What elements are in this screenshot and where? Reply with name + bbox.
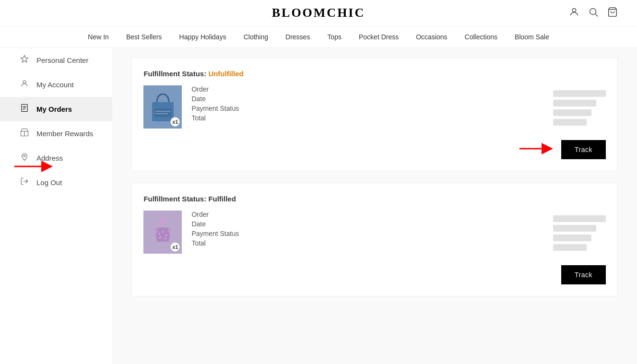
- sidebar-item-member-rewards[interactable]: Member Rewards: [0, 121, 112, 146]
- sidebar-item-log-out[interactable]: Log Out: [0, 170, 112, 195]
- svg-point-12: [24, 155, 25, 157]
- svg-rect-15: [154, 108, 171, 117]
- nav-item-dresses[interactable]: Dresses: [285, 33, 310, 41]
- svg-marker-5: [21, 56, 28, 62]
- redacted-order-number: [553, 90, 606, 97]
- my-account-icon: [19, 79, 30, 90]
- sidebar-item-my-orders[interactable]: My Orders: [0, 97, 112, 121]
- fulfillment-status-1: Fulfillment Status: Unfulfilled: [143, 70, 606, 78]
- payment-status-label-2: Payment Status: [191, 230, 249, 237]
- nav-item-occasions[interactable]: Occasions: [416, 33, 447, 41]
- nav-item-bloom-sale[interactable]: Bloom Sale: [515, 33, 549, 41]
- nav-item-clothing[interactable]: Clothing: [244, 33, 268, 41]
- nav-item-collections[interactable]: Collections: [465, 33, 497, 41]
- account-icon[interactable]: [569, 7, 579, 20]
- track-button-1[interactable]: Track: [561, 140, 606, 159]
- product-image-wrapper-2: x1: [143, 211, 182, 254]
- svg-point-22: [165, 235, 167, 236]
- redacted-total: [553, 119, 587, 126]
- redacted-total-2: [553, 244, 587, 251]
- search-icon[interactable]: [588, 7, 599, 20]
- orders-content: Fulfillment Status: Unfulfilled: [112, 48, 637, 364]
- sidebar: Personal Center My Account My Orders Mem…: [0, 48, 112, 364]
- redacted-payment: [553, 109, 591, 116]
- sidebar-item-label: Log Out: [36, 178, 62, 187]
- address-icon: [19, 153, 30, 164]
- payment-status-label: Payment Status: [191, 105, 249, 112]
- log-out-icon: [19, 177, 30, 188]
- cart-icon[interactable]: [607, 7, 618, 20]
- order-info-1: Order Date Payment Status Total: [191, 85, 543, 122]
- svg-point-6: [23, 81, 26, 83]
- order-label-2: Order: [191, 211, 249, 218]
- sidebar-item-label: My Account: [36, 81, 74, 89]
- status-badge-fulfilled: Fulfilled: [208, 195, 236, 203]
- sidebar-item-label: My Orders: [36, 105, 72, 113]
- status-badge-unfulfilled: Unfulfilled: [208, 70, 243, 78]
- fulfillment-status-2: Fulfillment Status: Fulfilled: [143, 195, 606, 203]
- date-label: Date: [191, 95, 249, 103]
- sidebar-item-my-account[interactable]: My Account: [0, 72, 112, 97]
- redacted-payment-2: [553, 235, 591, 241]
- svg-point-23: [159, 236, 161, 238]
- date-label-2: Date: [191, 220, 249, 228]
- svg-point-0: [572, 8, 576, 12]
- sidebar-item-label: Member Rewards: [36, 129, 93, 138]
- logo: BLOOMCHIC: [272, 6, 366, 20]
- redacted-date-2: [553, 225, 596, 232]
- svg-point-1: [590, 8, 596, 14]
- total-label: Total: [191, 114, 249, 122]
- redacted-order-number-2: [553, 215, 606, 222]
- header: BLOOMCHIC: [0, 0, 637, 26]
- redacted-date: [553, 100, 596, 106]
- order-label: Order: [191, 85, 249, 93]
- svg-point-24: [165, 237, 166, 239]
- sidebar-item-label: Address: [36, 154, 63, 162]
- my-orders-icon: [19, 104, 30, 115]
- sidebar-item-address[interactable]: Address: [0, 146, 112, 170]
- sidebar-item-label: Personal Center: [36, 56, 88, 64]
- total-label-2: Total: [191, 239, 249, 247]
- nav-item-best-sellers[interactable]: Best Sellers: [126, 33, 162, 41]
- main-nav: New In Best Sellers Happy Holidays Cloth…: [0, 26, 637, 48]
- order-card-1: Fulfillment Status: Unfulfilled: [131, 58, 618, 171]
- svg-point-19: [159, 217, 166, 225]
- svg-point-21: [162, 231, 164, 233]
- track-button-2[interactable]: Track: [561, 265, 606, 284]
- product-image-wrapper-1: x1: [143, 85, 182, 129]
- main-content: Personal Center My Account My Orders Mem…: [0, 48, 637, 364]
- nav-item-tops[interactable]: Tops: [327, 33, 342, 41]
- svg-line-2: [595, 14, 598, 16]
- personal-center-icon: [19, 55, 30, 66]
- order-info-2: Order Date Payment Status Total: [191, 211, 543, 247]
- member-rewards-icon: [19, 128, 30, 139]
- nav-item-pocket-dress[interactable]: Pocket Dress: [359, 33, 399, 41]
- nav-item-happy-holidays[interactable]: Happy Holidays: [179, 33, 226, 41]
- svg-point-20: [158, 233, 160, 235]
- nav-item-new-in[interactable]: New In: [88, 33, 109, 41]
- sidebar-item-personal-center[interactable]: Personal Center: [0, 48, 112, 72]
- order-card-2: Fulfillment Status: Fulfilled: [131, 183, 618, 296]
